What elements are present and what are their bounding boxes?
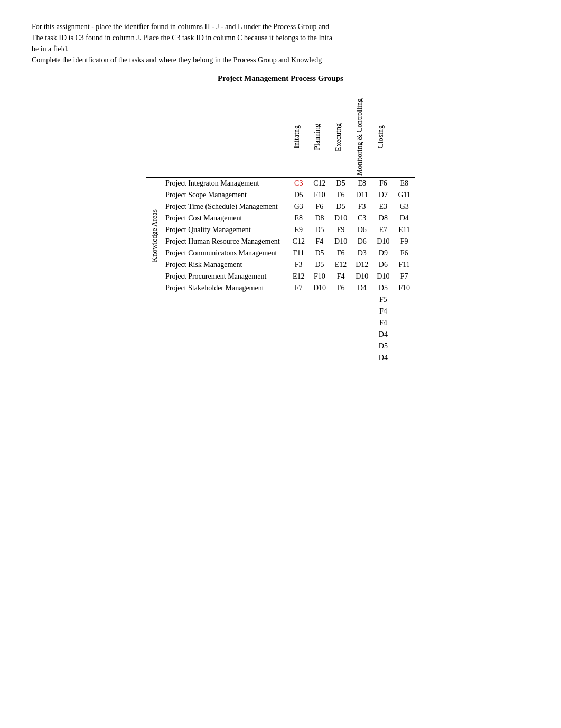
extra-closing-row: F5 [146, 294, 415, 306]
extra-closing-value: D4 [372, 329, 394, 340]
planning-cell: F4 [309, 236, 330, 247]
initiating-cell: F7 [288, 282, 309, 294]
table-row: Project Scope ManagementD5F10F6D11D7G11 [146, 189, 415, 201]
monitoring-header: Monitoring & Controlling [351, 94, 372, 178]
planning-cell: F10 [309, 189, 330, 201]
area-header-empty [161, 94, 288, 178]
table-row: Project Stakeholder ManagementF7D10F6D4D… [146, 282, 415, 294]
executing-cell: F9 [330, 224, 351, 236]
extra-cell: D4 [394, 213, 415, 224]
executing-header: Executng [330, 94, 351, 178]
initiating-cell: C3 [288, 178, 309, 190]
closing-cell: D10 [372, 271, 394, 282]
table-row: Project Quality ManagementE9D5F9D6E7E11 [146, 224, 415, 236]
extra-closing-value: F4 [372, 317, 394, 329]
area-name: Project Procurement Management [161, 271, 288, 282]
monitoring-cell: D3 [351, 247, 372, 259]
closing-cell: D8 [372, 213, 394, 224]
extra-closing-value: D4 [372, 352, 394, 364]
executing-cell: D5 [330, 178, 351, 190]
initiating-cell: G3 [288, 201, 309, 213]
monitoring-cell: D4 [351, 282, 372, 294]
extra-closing-row: D4 [146, 329, 415, 340]
monitoring-cell: D6 [351, 236, 372, 247]
area-name: Project Scope Management [161, 189, 288, 201]
extra-cell: F11 [394, 259, 415, 271]
extra-closing-value: D5 [372, 340, 394, 352]
extra-cell: F9 [394, 236, 415, 247]
extra-closing-row: F4 [146, 306, 415, 317]
table-row: Project Risk ManagementF3D5E12D12D6F11 [146, 259, 415, 271]
planning-header: Planning [309, 94, 330, 178]
closing-cell: D6 [372, 259, 394, 271]
extra-cell: E11 [394, 224, 415, 236]
initiating-cell: C12 [288, 236, 309, 247]
instruction-line2: The task ID is C3 found in column J. Pla… [32, 32, 529, 43]
process-groups-table: Initatng Planning Executng Monitoring & … [146, 94, 415, 364]
planning-cell: C12 [309, 178, 330, 190]
extra-cell: F6 [394, 247, 415, 259]
extra-cell: G11 [394, 189, 415, 201]
closing-cell: E3 [372, 201, 394, 213]
area-name: Project Time (Schedule) Management [161, 201, 288, 213]
table-row: Project Cost ManagementE8D8D10C3D8D4 [146, 213, 415, 224]
instruction-line4: Complete the identficaton of the tasks a… [32, 54, 529, 66]
page-title: Project Management Process Groups [32, 74, 529, 83]
area-name: Project Quality Management [161, 224, 288, 236]
extra-cell: F7 [394, 271, 415, 282]
initiating-header: Initatng [288, 94, 309, 178]
extra-cell: E8 [394, 178, 415, 190]
table-row: Knowledge AreasProject Integraton Manage… [146, 178, 415, 190]
initiating-cell: F3 [288, 259, 309, 271]
instructions-block: For this assignment - place the identfie… [32, 21, 529, 66]
planning-cell: D5 [309, 259, 330, 271]
closing-cell: D9 [372, 247, 394, 259]
knowledge-areas-label: Knowledge Areas [146, 178, 161, 294]
planning-cell: D5 [309, 224, 330, 236]
planning-cell: D10 [309, 282, 330, 294]
initiating-cell: F11 [288, 247, 309, 259]
area-name: Project Stakeholder Management [161, 282, 288, 294]
side-label-header-empty [146, 94, 161, 178]
initiating-cell: D5 [288, 189, 309, 201]
executing-cell: F6 [330, 189, 351, 201]
extra-col-header [394, 94, 415, 178]
table-row: Project Human Resource ManagementC12F4D1… [146, 236, 415, 247]
monitoring-cell: E8 [351, 178, 372, 190]
area-name: Project Human Resource Management [161, 236, 288, 247]
area-name: Project Communicatons Management [161, 247, 288, 259]
extra-cell: F10 [394, 282, 415, 294]
extra-cell: G3 [394, 201, 415, 213]
planning-cell: D5 [309, 247, 330, 259]
area-name: Project Cost Management [161, 213, 288, 224]
executing-cell: F6 [330, 247, 351, 259]
extra-closing-row: F4 [146, 317, 415, 329]
extra-closing-row: D4 [146, 352, 415, 364]
area-name: Project Integraton Management [161, 178, 288, 190]
executing-cell: D5 [330, 201, 351, 213]
executing-cell: F4 [330, 271, 351, 282]
table-row: Project Procurement ManagementE12F10F4D1… [146, 271, 415, 282]
extra-closing-row: D5 [146, 340, 415, 352]
closing-cell: D5 [372, 282, 394, 294]
planning-cell: F6 [309, 201, 330, 213]
executing-cell: E12 [330, 259, 351, 271]
extra-closing-value: F5 [372, 294, 394, 306]
closing-cell: F6 [372, 178, 394, 190]
monitoring-cell: D6 [351, 224, 372, 236]
extra-closing-value: F4 [372, 306, 394, 317]
initiating-cell: E8 [288, 213, 309, 224]
executing-cell: F6 [330, 282, 351, 294]
monitoring-cell: D11 [351, 189, 372, 201]
table-row: Project Time (Schedule) ManagementG3F6D5… [146, 201, 415, 213]
instruction-line3: be in a field. [32, 43, 529, 54]
closing-cell: D10 [372, 236, 394, 247]
monitoring-cell: F3 [351, 201, 372, 213]
table-row: Project Communicatons ManagementF11D5F6D… [146, 247, 415, 259]
executing-cell: D10 [330, 236, 351, 247]
monitoring-cell: D10 [351, 271, 372, 282]
instruction-line1: For this assignment - place the identfie… [32, 21, 529, 32]
area-name: Project Risk Management [161, 259, 288, 271]
table-container: Initatng Planning Executng Monitoring & … [32, 94, 529, 364]
planning-cell: D8 [309, 213, 330, 224]
